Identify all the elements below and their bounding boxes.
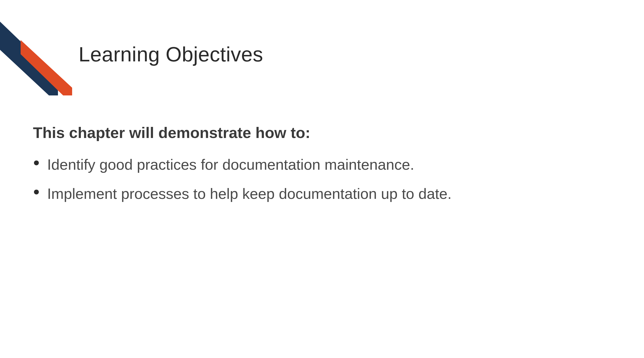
objectives-list: Identify good practices for documentatio… <box>33 155 452 213</box>
orange-stripe <box>21 40 72 95</box>
navy-stripe <box>0 14 58 95</box>
list-item: Identify good practices for documentatio… <box>33 155 452 174</box>
corner-accent-icon <box>0 0 77 95</box>
list-item: Implement processes to help keep documen… <box>33 184 452 203</box>
slide-title: Learning Objectives <box>79 43 263 66</box>
intro-text: This chapter will demonstrate how to: <box>33 124 310 142</box>
